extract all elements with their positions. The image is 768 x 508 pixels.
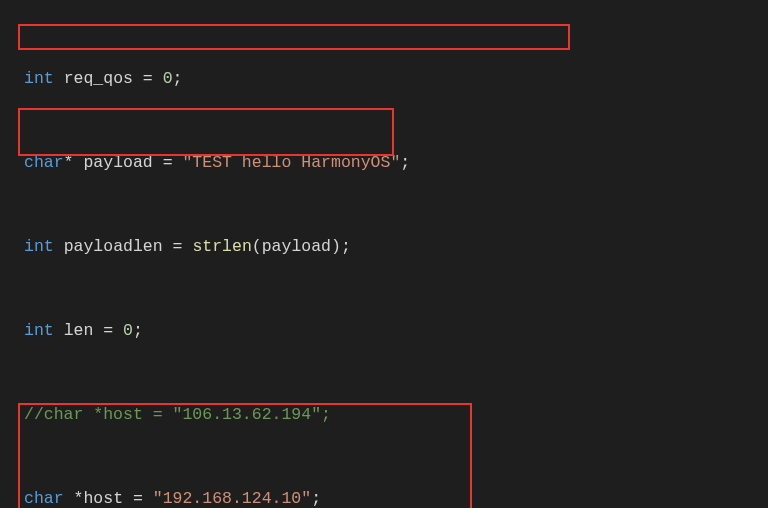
- highlight-box: [18, 108, 394, 156]
- string: "TEST hello HarmonyOS": [182, 153, 400, 172]
- keyword: int: [24, 321, 54, 340]
- identifier: len: [64, 321, 94, 340]
- highlight-box: [18, 24, 570, 50]
- identifier: payload: [83, 153, 152, 172]
- keyword: char: [24, 153, 64, 172]
- code-line: //char *host = "106.13.62.194";: [0, 404, 768, 425]
- keyword: char: [24, 489, 64, 508]
- function: strlen: [192, 237, 251, 256]
- comment: //char *host = "106.13.62.194";: [24, 405, 331, 424]
- code-editor: int req_qos = 0; char* payload = "TEST h…: [0, 0, 768, 508]
- code-line: char* payload = "TEST hello HarmonyOS";: [0, 152, 768, 173]
- identifier: req_qos: [64, 69, 133, 88]
- keyword: int: [24, 237, 54, 256]
- code-line: int payloadlen = strlen(payload);: [0, 236, 768, 257]
- identifier: host: [83, 489, 123, 508]
- number: 0: [163, 69, 173, 88]
- code-line: char *host = "192.168.124.10";: [0, 488, 768, 508]
- number: 0: [123, 321, 133, 340]
- code-line: int req_qos = 0;: [0, 68, 768, 89]
- keyword: int: [24, 69, 54, 88]
- string: "192.168.124.10": [153, 489, 311, 508]
- code-line: int len = 0;: [0, 320, 768, 341]
- identifier: payloadlen: [64, 237, 163, 256]
